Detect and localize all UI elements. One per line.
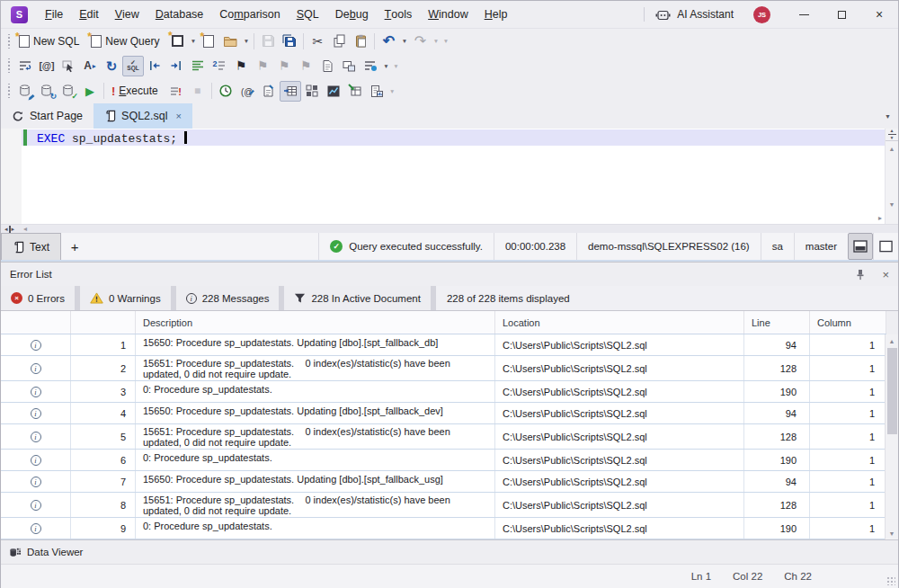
ai-assistant-button[interactable]: AI Assistant <box>645 1 744 28</box>
cut-button[interactable]: ✂ <box>307 31 328 51</box>
error-list-row[interactable]: i90: Procedure sp_updatestats.C:\Users\P… <box>1 518 886 539</box>
window-layout-button[interactable] <box>338 56 360 76</box>
close-button[interactable]: × <box>860 1 898 28</box>
column-header-location[interactable]: Location <box>495 311 744 334</box>
execution-history-button[interactable] <box>215 81 236 102</box>
filter-warnings-button[interactable]: 0 Warnings <box>80 286 171 310</box>
scroll-down-icon[interactable]: ▼ <box>889 201 895 208</box>
clear-bookmarks-button[interactable]: ⚑ <box>295 56 316 76</box>
indent-button[interactable] <box>165 56 187 76</box>
word-wrap-button[interactable] <box>14 56 36 76</box>
open-file-dropdown[interactable]: ▼ <box>241 31 251 51</box>
results-to-grid-button[interactable] <box>280 81 301 102</box>
toggle-bookmark-button[interactable]: ⚑ <box>230 56 252 76</box>
menu-edit[interactable]: Edit <box>71 1 107 28</box>
error-list-row[interactable]: i415650: Procedure sp_updatestats. Updat… <box>1 403 886 424</box>
stop-button[interactable]: ■ <box>187 81 209 102</box>
new-connection-button[interactable] <box>166 31 188 51</box>
filter-messages-button[interactable]: i 228 Messages <box>176 286 280 310</box>
scroll-up-icon[interactable]: ▲ <box>889 338 895 344</box>
redo-button[interactable]: ↷ <box>409 31 431 51</box>
error-list-row[interactable]: i515651: Procedure sp_updatestats. 0 ind… <box>1 424 886 450</box>
check-connection-button[interactable]: ✓ <box>58 81 79 102</box>
horizontal-splitter[interactable]: ◂▸ ◂ <box>1 224 898 233</box>
menu-database[interactable]: Database <box>147 1 212 28</box>
pin-panel-button[interactable] <box>855 269 866 281</box>
menu-file[interactable]: File <box>37 1 71 28</box>
column-header-icon[interactable] <box>1 311 71 334</box>
execute-script-button[interactable]: ! <box>165 81 187 102</box>
menu-sql[interactable]: SQL <box>289 1 327 28</box>
menu-window[interactable]: Window <box>420 1 476 28</box>
refresh-button[interactable]: ↻ <box>101 56 122 76</box>
splitter-collapse-icon[interactable]: ◂ <box>23 226 27 233</box>
refresh-database-button[interactable]: ↻ <box>36 81 58 102</box>
tab-close-icon[interactable]: × <box>176 111 182 121</box>
run-button[interactable]: ▶ <box>79 81 101 102</box>
tab-list-dropdown[interactable]: ▼ <box>885 103 891 129</box>
error-list-row[interactable]: i115650: Procedure sp_updatestats. Updat… <box>1 334 886 356</box>
new-connection-dropdown[interactable]: ▼ <box>188 31 198 51</box>
error-table-scrollbar[interactable]: ▲ ▼ <box>885 334 898 539</box>
close-panel-button[interactable]: × <box>882 268 889 281</box>
user-avatar-badge[interactable]: JS <box>753 6 770 23</box>
minimize-button[interactable] <box>785 1 823 28</box>
export-results-button[interactable] <box>344 81 366 102</box>
column-header-number[interactable] <box>71 311 136 334</box>
insert-macro-button[interactable]: [@] <box>36 56 58 76</box>
results-tab-text[interactable]: Text <box>1 233 61 260</box>
edit-parameters-button[interactable]: (@ <box>236 81 258 102</box>
chart-view-button[interactable] <box>323 81 344 102</box>
column-header-line[interactable]: Line <box>744 311 810 334</box>
scrollbar-thumb[interactable] <box>887 348 897 434</box>
execute-button[interactable]: ! Execute <box>107 81 165 102</box>
tab-start-page[interactable]: Start Page <box>1 103 93 129</box>
new-sql-button[interactable]: New SQL <box>14 31 86 51</box>
document-outline-button[interactable] <box>316 56 338 76</box>
maximize-button[interactable] <box>823 1 860 28</box>
paste-button[interactable] <box>350 31 371 51</box>
toolbar-overflow-dropdown[interactable]: ▼ <box>441 31 450 51</box>
filter-active-document-button[interactable]: 228 In Active Document <box>284 286 430 310</box>
scroll-right-icon[interactable]: ▸ <box>878 214 882 222</box>
splitter-grip-icon[interactable]: ◂▸ <box>4 226 14 233</box>
change-case-button[interactable]: A ▸ <box>79 56 101 76</box>
error-list-row[interactable]: i715650: Procedure sp_updatestats. Updat… <box>1 471 886 493</box>
tab-sql2[interactable]: SQL2.sql × <box>93 103 192 129</box>
open-file-button[interactable] <box>219 31 241 51</box>
add-results-tab-button[interactable]: + <box>61 233 88 260</box>
profiler-dropdown[interactable]: ▼ <box>381 56 391 76</box>
toolbar-overflow-dropdown[interactable]: ▼ <box>391 56 401 76</box>
sql-syntax-check-button[interactable]: ✓ SQL <box>122 56 144 76</box>
menu-tools[interactable]: Tools <box>377 1 421 28</box>
toolbar-grip[interactable] <box>5 84 12 98</box>
format-selection-button[interactable]: 2 <box>209 56 230 76</box>
code-editor[interactable]: EXEC sp_updatestats; ▲▼ ▲ ▼ ▸ <box>1 129 898 224</box>
new-query-button[interactable]: New Query <box>86 31 166 51</box>
menu-help[interactable]: Help <box>476 1 516 28</box>
toolbar-grip[interactable] <box>5 34 12 49</box>
next-bookmark-button[interactable]: ⚑ <box>273 56 295 76</box>
toolbar-grip[interactable] <box>5 58 12 73</box>
save-all-button[interactable] <box>279 31 300 51</box>
editor-vertical-scrollbar[interactable]: ▲▼ ▲ ▼ <box>885 129 898 224</box>
error-list-row[interactable]: i30: Procedure sp_updatestats.C:\Users\P… <box>1 381 886 403</box>
save-button[interactable] <box>257 31 279 51</box>
column-header-description[interactable]: Description <box>136 311 495 334</box>
column-header-column[interactable]: Column <box>810 311 886 334</box>
toolbar-overflow-dropdown[interactable]: ▼ <box>387 81 397 102</box>
new-snippet-button[interactable] <box>258 81 280 102</box>
scroll-down-icon[interactable]: ▼ <box>889 530 895 537</box>
error-list-row[interactable]: i60: Procedure sp_updatestats.C:\Users\P… <box>1 450 886 471</box>
data-viewer-bar[interactable]: Data Viewer <box>1 539 898 564</box>
undo-dropdown[interactable]: ▼ <box>399 31 409 51</box>
rename-symbol-button[interactable] <box>58 56 79 76</box>
layout-options-button[interactable] <box>301 81 323 102</box>
edit-database-button[interactable] <box>14 81 36 102</box>
query-profiler-button[interactable] <box>360 56 381 76</box>
dock-results-right-button[interactable] <box>873 233 898 260</box>
scroll-up-icon[interactable]: ▲ <box>889 146 895 152</box>
copy-button[interactable] <box>328 31 350 51</box>
dock-results-bottom-button[interactable] <box>848 233 873 260</box>
menu-comparison[interactable]: Comparison <box>211 1 288 28</box>
